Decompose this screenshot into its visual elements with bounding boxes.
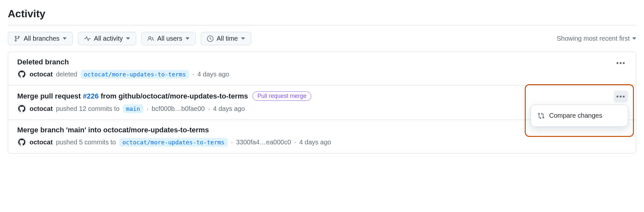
sha-range[interactable]: 3300fa4…ea000c0 xyxy=(236,139,291,146)
pr-number-link[interactable]: #226 xyxy=(83,92,99,100)
caret-down-icon xyxy=(186,37,189,40)
username-link[interactable]: octocat xyxy=(30,105,53,113)
branch-pill[interactable]: main xyxy=(123,104,143,113)
avatar[interactable] xyxy=(17,138,26,147)
filter-bar: All branches All activity All users All … xyxy=(8,32,636,45)
kebab-icon: ••• xyxy=(616,59,625,67)
timestamp: 4 days ago xyxy=(299,139,331,146)
caret-down-icon xyxy=(632,37,636,40)
activity-title: Merge pull request #226 from github/octo… xyxy=(17,92,248,100)
filter-branches-button[interactable]: All branches xyxy=(8,32,73,45)
timestamp: 4 days ago xyxy=(213,105,245,113)
filter-activity-label: All activity xyxy=(94,35,123,42)
filter-time-button[interactable]: All time xyxy=(201,32,251,45)
branch-pill[interactable]: octocat/more-updates-to-terms xyxy=(81,70,189,79)
avatar[interactable] xyxy=(17,104,26,113)
filter-users-button[interactable]: All users xyxy=(141,32,196,45)
activity-item: Merge pull request #226 from github/octo… xyxy=(8,86,636,120)
action-verb: pushed 5 commits to xyxy=(56,139,116,146)
branch-pill[interactable]: octocat/more-updates-to-terms xyxy=(119,138,228,147)
kebab-menu-button[interactable]: ••• xyxy=(614,57,628,69)
separator: · xyxy=(147,105,148,113)
separator: · xyxy=(208,105,210,113)
people-icon xyxy=(148,35,154,42)
activity-list: Deleted branch octocat deleted octocat/m… xyxy=(8,52,636,153)
kebab-icon: ••• xyxy=(616,92,625,101)
avatar[interactable] xyxy=(17,70,26,79)
separator: · xyxy=(192,71,194,78)
pulse-icon xyxy=(84,35,91,42)
git-branch-icon xyxy=(14,35,20,42)
activity-title: Deleted branch xyxy=(17,58,69,66)
action-verb: deleted xyxy=(56,71,77,78)
caret-down-icon xyxy=(126,37,130,40)
sort-label-text: Showing most recent first xyxy=(557,35,630,42)
separator: · xyxy=(294,139,296,146)
git-compare-icon xyxy=(538,113,545,119)
clock-icon xyxy=(207,35,213,42)
filter-time-label: All time xyxy=(217,35,238,42)
sort-toggle[interactable]: Showing most recent first xyxy=(557,35,636,42)
activity-item: Deleted branch octocat deleted octocat/m… xyxy=(8,52,636,86)
activity-title: Merge branch 'main' into octocat/more-up… xyxy=(17,126,209,134)
sha-range[interactable]: bcf000b…b0fae00 xyxy=(152,105,205,113)
page-title: Activity xyxy=(8,8,636,25)
action-verb: pushed 12 commits to xyxy=(56,105,120,113)
kebab-menu-button[interactable]: ••• xyxy=(614,91,628,102)
timestamp: 4 days ago xyxy=(198,71,229,78)
username-link[interactable]: octocat xyxy=(30,139,53,146)
caret-down-icon xyxy=(63,37,67,40)
filter-branches-label: All branches xyxy=(24,35,59,42)
activity-type-badge: Pull request merge xyxy=(252,91,311,101)
separator: · xyxy=(231,139,233,146)
filter-activity-button[interactable]: All activity xyxy=(78,32,136,45)
compare-changes-label: Compare changes xyxy=(549,112,602,119)
caret-down-icon xyxy=(241,37,245,40)
filter-users-label: All users xyxy=(157,35,182,42)
kebab-dropdown: Compare changes xyxy=(531,104,628,127)
username-link[interactable]: octocat xyxy=(30,71,53,78)
compare-changes-item[interactable]: Compare changes xyxy=(531,108,628,123)
